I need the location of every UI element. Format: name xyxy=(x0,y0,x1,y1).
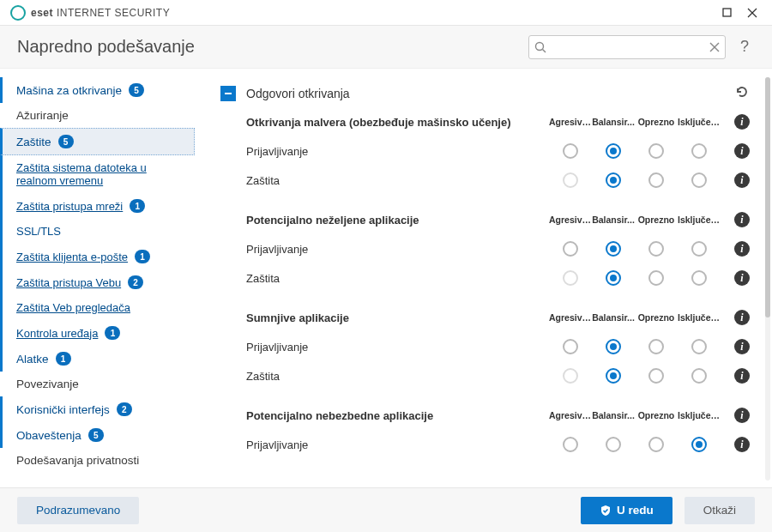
radio-option[interactable] xyxy=(563,143,578,159)
radio-option[interactable] xyxy=(606,172,621,188)
section-title: Odgovori otkrivanja xyxy=(246,87,734,100)
radio-option[interactable] xyxy=(606,270,621,286)
sidebar-item-label: Zaštita pristupa mreži xyxy=(16,200,123,213)
info-icon[interactable]: i xyxy=(734,368,750,384)
row-label: Prijavljivanje xyxy=(246,341,549,354)
sidebar-item-0[interactable]: Mašina za otkrivanje5 xyxy=(0,77,195,103)
setting-row: Zaštitai xyxy=(246,263,750,293)
info-icon[interactable]: i xyxy=(734,143,750,159)
sidebar-item-6[interactable]: Zaštita klijenta e-pošte1 xyxy=(0,244,195,269)
content-scrollbar[interactable] xyxy=(765,77,770,481)
row-label: Zaštita xyxy=(246,174,549,187)
info-icon[interactable]: i xyxy=(734,241,750,257)
sidebar-item-4[interactable]: Zaštita pristupa mreži1 xyxy=(0,193,195,219)
sidebar-badge: 1 xyxy=(105,326,120,340)
sidebar: Mašina za otkrivanje5AžuriranjeZaštite5Z… xyxy=(0,69,195,487)
sidebar-item-2[interactable]: Zaštite5 xyxy=(0,128,195,155)
info-icon[interactable]: i xyxy=(734,339,750,354)
info-icon[interactable]: i xyxy=(734,270,750,286)
row-label: Prijavljivanje xyxy=(246,438,549,451)
undo-button[interactable] xyxy=(734,84,750,102)
sidebar-item-10[interactable]: Alatke1 xyxy=(0,346,195,372)
radio-option[interactable] xyxy=(648,339,664,354)
row-label: Prijavljivanje xyxy=(246,145,549,158)
column-header: Balansir... xyxy=(592,215,635,225)
info-icon[interactable]: i xyxy=(734,212,750,227)
brand: eset INTERNET SECURITY xyxy=(10,5,170,21)
info-icon[interactable]: i xyxy=(734,114,750,130)
sidebar-item-label: Kontrola uređaja xyxy=(16,327,98,340)
svg-line-5 xyxy=(543,49,546,52)
search-input[interactable] xyxy=(552,40,704,53)
radio-option[interactable] xyxy=(691,143,707,159)
sidebar-item-7[interactable]: Zaštita pristupa Vebu2 xyxy=(0,269,195,295)
sidebar-item-5[interactable]: SSL/TLS xyxy=(0,219,195,244)
clear-search-icon[interactable] xyxy=(709,42,720,52)
sidebar-item-12[interactable]: Korisnički interfejs2 xyxy=(0,396,195,422)
radio-option[interactable] xyxy=(691,368,707,384)
minus-icon xyxy=(223,88,233,99)
window-maximize-button[interactable] xyxy=(714,0,739,26)
svg-point-4 xyxy=(536,42,544,50)
sidebar-item-1[interactable]: Ažuriranje xyxy=(0,103,195,128)
column-header: Isključeno xyxy=(678,117,721,127)
sidebar-item-label: Korisnički interfejs xyxy=(16,403,110,416)
group-title: Sumnjive aplikacije xyxy=(246,311,549,324)
radio-option[interactable] xyxy=(606,241,621,257)
column-headers: AgresivnoBalansir...OpreznoIsključeno xyxy=(549,410,721,420)
radio-option[interactable] xyxy=(691,437,707,452)
radio-option[interactable] xyxy=(606,143,621,159)
cancel-button[interactable]: Otkaži xyxy=(685,497,755,524)
info-icon[interactable]: i xyxy=(734,408,750,423)
sidebar-item-8[interactable]: Zaštita Veb pregledača xyxy=(0,295,195,320)
radio-option[interactable] xyxy=(648,241,664,257)
info-icon[interactable]: i xyxy=(734,310,750,325)
radio-option[interactable] xyxy=(563,339,578,354)
setting-group: Sumnjive aplikacijeAgresivnoBalansir...O… xyxy=(220,310,750,390)
column-header: Agresivno xyxy=(549,312,592,323)
sidebar-item-11[interactable]: Povezivanje xyxy=(0,372,195,396)
window-close-button[interactable] xyxy=(739,0,765,26)
collapse-toggle[interactable] xyxy=(220,86,236,101)
sidebar-item-14[interactable]: Podešavanja privatnosti xyxy=(0,448,195,473)
svg-rect-1 xyxy=(723,9,731,16)
setting-group: Potencijalno nebezbedne aplikacijeAgresi… xyxy=(220,408,750,459)
column-header: Oprezno xyxy=(635,410,678,420)
sidebar-item-13[interactable]: Obaveštenja5 xyxy=(0,422,195,448)
column-header: Agresivno xyxy=(549,117,592,127)
radio-option[interactable] xyxy=(648,437,664,452)
radio-option[interactable] xyxy=(648,143,664,159)
radio-option[interactable] xyxy=(606,437,621,452)
setting-group: Otkrivanja malvera (obezbeđuje mašinsko … xyxy=(220,114,750,195)
radio-option[interactable] xyxy=(648,172,664,188)
column-header: Isključeno xyxy=(678,312,721,323)
group-title: Potencijalno nebezbedne aplikacije xyxy=(246,409,549,422)
sidebar-item-9[interactable]: Kontrola uređaja1 xyxy=(0,320,195,346)
scrollbar-thumb[interactable] xyxy=(765,77,770,317)
info-icon[interactable]: i xyxy=(734,172,750,188)
search-box[interactable] xyxy=(528,35,726,59)
radio-option[interactable] xyxy=(691,172,707,188)
sidebar-item-label: Povezivanje xyxy=(16,378,79,390)
default-button[interactable]: Podrazumevano xyxy=(17,497,139,524)
column-headers: AgresivnoBalansir...OpreznoIsključeno xyxy=(549,215,721,225)
radio-option[interactable] xyxy=(691,339,707,354)
radio-option[interactable] xyxy=(648,368,664,384)
column-headers: AgresivnoBalansir...OpreznoIsključeno xyxy=(549,312,721,323)
radio-option[interactable] xyxy=(606,339,621,354)
setting-row: Zaštitai xyxy=(246,166,750,195)
sidebar-item-3[interactable]: Zaštita sistema datoteka u realnom vreme… xyxy=(0,155,195,193)
ok-button[interactable]: U redu xyxy=(581,497,672,524)
radio-option[interactable] xyxy=(563,241,578,257)
setting-row: Zaštitai xyxy=(246,361,750,390)
radio-option[interactable] xyxy=(563,437,578,452)
help-button[interactable]: ? xyxy=(734,38,755,56)
radio-option[interactable] xyxy=(691,241,707,257)
row-label: Zaštita xyxy=(246,272,549,285)
info-icon[interactable]: i xyxy=(734,437,750,452)
content-panel: Odgovori otkrivanja Otkrivanja malvera (… xyxy=(195,69,772,487)
radio-option[interactable] xyxy=(648,270,664,286)
radio-option[interactable] xyxy=(606,368,621,384)
column-header: Oprezno xyxy=(635,117,678,127)
radio-option[interactable] xyxy=(691,270,707,286)
